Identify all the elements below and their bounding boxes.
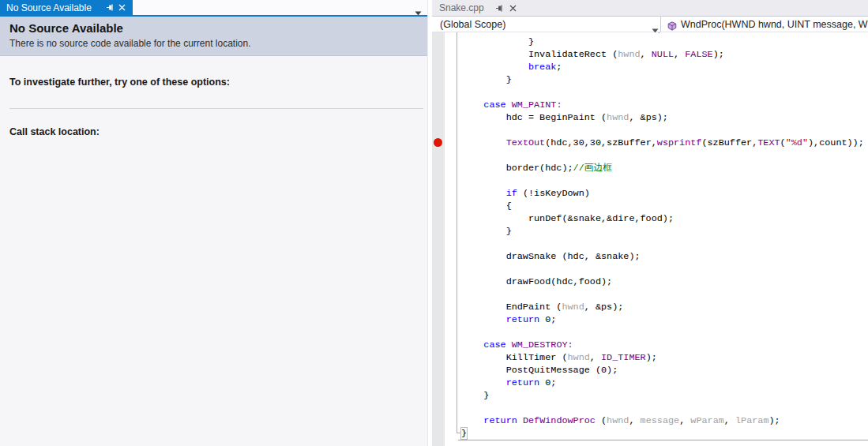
code-line xyxy=(461,124,864,137)
code-line: hdc = BeginPaint (hwnd, &ps); xyxy=(461,111,864,124)
tab-title: No Source Available xyxy=(6,2,104,13)
outlining-guide-bend xyxy=(457,433,460,433)
pin-icon[interactable] xyxy=(104,2,116,13)
code-line: case WM_DESTROY: xyxy=(461,339,864,351)
code-line xyxy=(461,149,864,162)
code-line: InvalidateRect (hwnd, NULL, FALSE); xyxy=(461,48,864,61)
callstack-heading: Call stack location: xyxy=(9,126,100,137)
code-line: KillTimer (hwnd, ID_TIMER); xyxy=(461,351,864,364)
close-icon[interactable] xyxy=(116,2,128,13)
code-editor-panel: Snake.cpp (Global Scope) xyxy=(432,0,868,446)
code-line xyxy=(461,288,864,301)
tab-title: Snake.cpp xyxy=(439,2,484,13)
code-line: drawSnake (hdc, &snake); xyxy=(461,250,864,263)
code-line xyxy=(461,238,864,250)
code-line: EndPaint (hwnd, &ps); xyxy=(461,301,864,313)
close-icon[interactable] xyxy=(507,2,519,14)
code-line: TextOut(hdc,30,30,szBuffer,wsprintf(szBu… xyxy=(461,137,864,149)
left-tab-strip: No Source Available xyxy=(0,0,427,15)
no-source-banner: No Source Available There is no source c… xyxy=(0,17,427,56)
document-list-chevron-icon[interactable] xyxy=(415,5,422,9)
breakpoint-icon[interactable] xyxy=(434,138,442,147)
right-tab-strip: Snake.cpp xyxy=(432,0,868,17)
breakpoint-margin[interactable] xyxy=(432,32,445,446)
code-line: drawFood(hdc,food); xyxy=(461,275,864,288)
code-line: } xyxy=(461,389,864,402)
tab-no-source-available[interactable]: No Source Available xyxy=(0,0,133,15)
code-line xyxy=(461,402,864,414)
code-line: } xyxy=(461,73,864,86)
chevron-down-icon[interactable] xyxy=(652,22,659,27)
no-source-panel: No Source Available xyxy=(0,0,428,446)
code-line: return 0; xyxy=(461,377,864,389)
method-cube-icon xyxy=(667,20,677,29)
code-line xyxy=(461,263,864,275)
code-line xyxy=(461,326,864,339)
code-line: } xyxy=(461,427,864,440)
code-line: if (!isKeyDown) xyxy=(461,187,864,200)
code-lines: ; } InvalidateRect (hwnd, NULL, FALSE); … xyxy=(461,32,864,440)
code-editor[interactable]: ; } InvalidateRect (hwnd, NULL, FALSE); … xyxy=(432,32,868,446)
code-line: case WM_PAINT: xyxy=(461,99,864,111)
code-line: border(hdc);//画边框 xyxy=(461,162,864,174)
outlining-bottom-rule xyxy=(458,440,868,440)
code-line: return DefWindowProc (hwnd, message, wPa… xyxy=(461,414,864,427)
pin-icon[interactable] xyxy=(494,2,505,14)
banner-subtitle: There is no source code available for th… xyxy=(0,35,427,49)
code-line: { xyxy=(461,200,864,212)
section-divider xyxy=(9,108,423,109)
code-line xyxy=(461,86,864,99)
code-line xyxy=(461,174,864,187)
code-line: } xyxy=(461,225,864,238)
code-line: runDef(&snake,&dire,food); xyxy=(461,212,864,225)
banner-title: No Source Available xyxy=(0,17,427,35)
navigation-bar: (Global Scope) WndProc(HWND hwnd, UINT m… xyxy=(432,17,868,32)
member-dropdown[interactable]: WndProc(HWND hwnd, UINT message, W xyxy=(681,19,868,30)
outlining-guide-line xyxy=(457,32,457,433)
code-line: return 0; xyxy=(461,313,864,326)
scope-dropdown[interactable]: (Global Scope) xyxy=(440,19,505,30)
navbar-divider xyxy=(660,17,661,32)
code-line: PostQuitMessage (0); xyxy=(461,364,864,377)
investigate-heading: To investigate further, try one of these… xyxy=(9,77,230,88)
code-line: } xyxy=(461,36,864,48)
tab-snake-cpp[interactable]: Snake.cpp xyxy=(432,0,524,16)
ide-window: No Source Available xyxy=(0,0,868,446)
code-line: break; xyxy=(461,61,864,73)
